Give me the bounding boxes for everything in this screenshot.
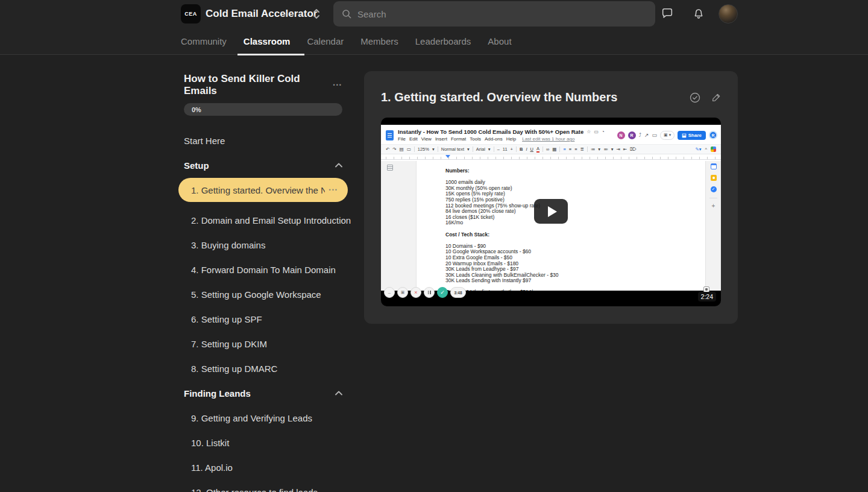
doc-title: Instantly - How To Send 1000 Cold Emails… xyxy=(398,128,583,135)
recorder-cancel-icon: × xyxy=(410,287,421,298)
collaborator-avatar: R xyxy=(628,131,636,139)
tab-calendar[interactable]: Calendar xyxy=(301,28,350,55)
insert-link-icon: ∞ xyxy=(546,147,549,152)
community-switcher-icon[interactable] xyxy=(312,7,321,20)
line-spacing-icon: ≣ xyxy=(580,147,584,152)
play-button[interactable] xyxy=(534,199,568,224)
editing-mode-pencil-icon: ✎▾ xyxy=(695,147,701,152)
lock-icon: ⬓ xyxy=(682,133,687,138)
addon-color-icon xyxy=(711,147,716,152)
paint-format-icon: ▭ xyxy=(407,147,411,152)
tab-community[interactable]: Community xyxy=(175,28,233,55)
sidebar-item-lesson-10[interactable]: 10. Listkit xyxy=(178,436,348,449)
bold-icon: B xyxy=(520,147,523,152)
doc-share-button: ⬓Share xyxy=(678,131,706,140)
course-title: How to Send Killer Cold Emails xyxy=(184,73,333,97)
chevron-up-icon xyxy=(335,391,342,396)
lesson-menu-dots-icon[interactable]: ••• xyxy=(329,187,338,193)
sidebar-item-lesson-5[interactable]: 5. Setting up Google Workspace xyxy=(178,288,348,301)
section-title: Finding Leands xyxy=(184,388,251,399)
redo-icon: ↷ xyxy=(392,147,396,152)
recorder-timer: 3:48 xyxy=(450,287,466,298)
align-center-icon: ≡ xyxy=(569,147,571,152)
sidebar-section-finding-leads[interactable]: Finding Leands xyxy=(178,386,348,400)
align-left-icon: ≡ xyxy=(563,147,565,152)
doc-move-folder-icon: ▭ xyxy=(594,129,599,134)
sidebar-item-lesson-7[interactable]: 7. Setting up DKIM xyxy=(178,337,348,350)
lesson-card: 1. Getting started. Overview the Numbers xyxy=(364,71,738,324)
doc-cloud-status-icon: ◔ xyxy=(602,129,605,134)
sidebar-item-lesson-11[interactable]: 11. Apol.io xyxy=(178,461,348,474)
insert-image-icon: ▦ xyxy=(552,147,556,152)
course-sidebar: How to Send Killer Cold Emails ••• 0% St… xyxy=(178,68,348,492)
section-title: Setup xyxy=(184,160,209,171)
doc-line: 16 closes ($1K ticket) xyxy=(445,215,699,221)
sidebar-item-lesson-12[interactable]: 12. Other resource to find leads xyxy=(178,485,348,492)
lesson-label: 1. Getting started. Overview the N... xyxy=(191,185,325,195)
sidebar-item-lesson-2[interactable]: 2. Domain and Email Setup Introduction xyxy=(178,213,348,227)
tab-leaderboards[interactable]: Leaderboards xyxy=(409,28,477,55)
recorder-pause-icon xyxy=(424,287,435,298)
search-input[interactable] xyxy=(357,9,647,19)
doc-account-avatar: R xyxy=(709,131,717,139)
collaborator-avatar: N xyxy=(617,131,625,139)
doc-menu-help: Help xyxy=(506,136,516,142)
doc-side-panel: ✓ + xyxy=(706,161,721,291)
notifications-bell-icon[interactable] xyxy=(691,5,706,21)
doc-meet-button: ▣▾ xyxy=(660,131,675,140)
panel-divider xyxy=(709,198,717,198)
bullet-list-icon: ≔ xyxy=(591,147,596,152)
sidebar-item-start-here[interactable]: Start Here xyxy=(178,134,348,147)
doc-line: 16K/mo xyxy=(445,220,699,226)
tab-members[interactable]: Members xyxy=(354,28,404,55)
doc-toolbar: ↶ ↷ ▤ ▭ 125%▾ Normal text▾ Arial▾ – 11 +… xyxy=(381,144,721,154)
clear-format-icon: ⌦ xyxy=(630,147,637,152)
italic-icon: I xyxy=(526,147,527,152)
doc-total-line: Total: $604 the first month, then $514/m… xyxy=(445,289,699,291)
doc-line: 30K Leads Sending with Instantly $97 xyxy=(445,278,699,284)
doc-menu-format: Format xyxy=(451,136,466,142)
chat-icon[interactable] xyxy=(659,5,675,21)
font-size-minus-icon: – xyxy=(497,147,500,152)
mark-complete-icon[interactable] xyxy=(689,92,701,104)
tab-about[interactable]: About xyxy=(482,28,517,55)
sidebar-section-setup[interactable]: Setup xyxy=(178,159,348,172)
doc-star-icon: ☆ xyxy=(587,129,591,134)
underline-icon: U xyxy=(530,147,533,152)
doc-ruler xyxy=(381,154,721,160)
recorder-controls: – ▣ × ✓ 3:48 xyxy=(384,287,466,298)
community-name[interactable]: Cold Email Accelerator xyxy=(206,8,318,20)
doc-outline-icon xyxy=(387,165,393,171)
video-duration-badge: 2:24 xyxy=(698,292,716,301)
chevron-up-icon xyxy=(335,163,342,168)
doc-page: Numbers: 1000 emails daily 30K monthly (… xyxy=(416,161,706,291)
recorder-finish-icon: ✓ xyxy=(437,287,448,298)
doc-heading: Cost / Tech Stack: xyxy=(445,232,699,238)
numbered-list-icon: ≕ xyxy=(603,147,608,152)
sidebar-item-lesson-4[interactable]: 4. Forward Domain To Main Domain xyxy=(178,263,348,276)
ruler-indent-marker xyxy=(445,155,450,158)
google-keep-icon xyxy=(711,175,717,181)
edit-pencil-icon[interactable] xyxy=(711,92,722,103)
sidebar-item-lesson-8[interactable]: 8. Setting up DMARC xyxy=(178,362,348,375)
sidebar-item-lesson-9[interactable]: 9. Getting and Verifying Leads xyxy=(178,411,348,424)
doc-heading: Numbers: xyxy=(445,168,699,174)
search-bar[interactable] xyxy=(333,1,655,27)
video-player[interactable]: Instantly - How To Send 1000 Cold Emails… xyxy=(381,118,721,306)
recorder-camera-icon: ▣ xyxy=(397,287,408,298)
community-logo[interactable]: CEA xyxy=(181,4,201,24)
undo-icon: ↶ xyxy=(386,147,389,152)
lesson-title: 1. Getting started. Overview the Numbers xyxy=(381,90,617,104)
doc-style-select: Normal text xyxy=(441,147,464,152)
sidebar-item-lesson-1-selected[interactable]: 1. Getting started. Overview the N... ••… xyxy=(178,178,348,202)
sidebar-item-lesson-6[interactable]: 6. Setting up SPF xyxy=(178,312,348,326)
font-size-plus-icon: + xyxy=(511,147,513,152)
doc-activity-icon: ↗ xyxy=(644,132,649,138)
doc-zoom-select: 125% xyxy=(418,147,429,152)
course-menu-dots-icon[interactable]: ••• xyxy=(333,82,342,88)
sidebar-item-lesson-3[interactable]: 3. Buying domains xyxy=(178,238,348,251)
doc-menu-bar: File Edit View Insert Format Tools Add-o… xyxy=(398,136,614,142)
text-color-icon: A xyxy=(536,146,539,153)
user-avatar[interactable] xyxy=(719,4,738,24)
tab-classroom[interactable]: Classroom xyxy=(237,28,297,55)
